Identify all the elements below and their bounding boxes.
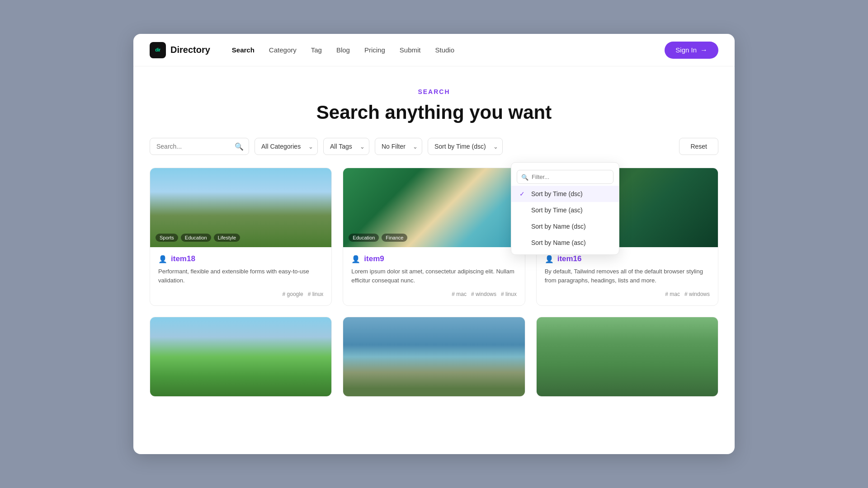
sort-option-label: Sort by Time (asc) — [531, 206, 583, 214]
nav-link-blog[interactable]: Blog — [336, 46, 350, 54]
logo-icon — [150, 42, 166, 58]
card-category-badge: Sports — [156, 234, 178, 242]
navbar: Directory Search Category Tag Blog Prici… — [133, 34, 735, 66]
card-item — [343, 317, 525, 397]
card-category-badge: Education — [181, 234, 211, 242]
card-category-badge: Education — [349, 234, 379, 242]
sort-select-wrap: Sort by Time (dsc) ⌄ — [428, 138, 503, 155]
card-description: Lorem ipsum dolor sit amet, consectetur … — [351, 267, 516, 285]
card-image — [150, 317, 331, 396]
card-title-row: 👤 item16 — [545, 254, 710, 263]
reset-button[interactable]: Reset — [679, 138, 718, 155]
card-body: 👤 item18 Performant, flexible and extens… — [150, 247, 331, 305]
categories-select-wrap: All Categories ⌄ — [255, 138, 318, 155]
card-hash-tag: # google — [283, 291, 303, 297]
search-input-wrap: 🔍 — [150, 138, 249, 155]
card-item: EducationFinance 👤 item9 Lorem ipsum dol… — [343, 168, 525, 306]
card-image — [343, 317, 524, 396]
card-body: 👤 item16 By default, Tailwind removes al… — [537, 247, 718, 305]
arrow-icon: → — [700, 46, 708, 54]
sort-option-name-dsc[interactable]: Sort by Name (dsc) — [511, 218, 619, 235]
sort-option-time-dsc[interactable]: ✓ Sort by Time (dsc) — [511, 186, 619, 202]
search-icon: 🔍 — [235, 142, 244, 151]
nav-link-pricing[interactable]: Pricing — [364, 46, 385, 54]
filter-select-wrap: No Filter ⌄ — [375, 138, 422, 155]
sort-option-label: Sort by Name (dsc) — [531, 223, 586, 230]
nav-item-tag[interactable]: Tag — [311, 46, 322, 54]
card-item — [536, 317, 718, 397]
nav-item-submit[interactable]: Submit — [400, 46, 421, 54]
card-image: SportsEducationLifestyle — [150, 168, 331, 247]
card-tags-overlay: EducationFinance — [349, 234, 407, 242]
sort-option-time-asc[interactable]: Sort by Time (asc) — [511, 202, 619, 218]
sort-dropdown: 🔍 ✓ Sort by Time (dsc) Sort by Time (asc… — [511, 162, 619, 255]
nav-item-search[interactable]: Search — [232, 46, 255, 54]
check-icon: ✓ — [519, 190, 527, 197]
card-hash-tag: # windows — [684, 291, 710, 297]
sign-in-button[interactable]: Sign In → — [665, 42, 718, 59]
card-category-badge: Lifestyle — [214, 234, 240, 242]
sign-in-label: Sign In — [675, 46, 697, 54]
tags-select[interactable]: All Tags — [323, 138, 369, 155]
nav-item-studio[interactable]: Studio — [435, 46, 455, 54]
sort-select[interactable]: Sort by Time (dsc) — [428, 138, 503, 155]
card-hash-tag: # mac — [665, 291, 680, 297]
card-hash-tag: # windows — [471, 291, 496, 297]
nav-link-category[interactable]: Category — [269, 46, 297, 54]
dropdown-filter-inner: 🔍 — [517, 170, 613, 184]
card-body: 👤 item9 Lorem ipsum dolor sit amet, cons… — [343, 247, 524, 305]
card-image: EducationFinance — [343, 168, 524, 247]
search-input[interactable] — [150, 138, 249, 155]
logo-wrap[interactable]: Directory — [150, 42, 210, 58]
filters-row: 🔍 All Categories ⌄ All Tags ⌄ No Filter … — [133, 138, 735, 155]
nav-link-search[interactable]: Search — [232, 46, 255, 54]
card-description: Performant, flexible and extensible form… — [158, 267, 323, 285]
card-footer-tags: # google# linux — [158, 291, 323, 297]
card-user-icon: 👤 — [351, 255, 360, 263]
card-category-badge: Finance — [382, 234, 407, 242]
card-title-row: 👤 item18 — [158, 254, 323, 263]
logo-text: Directory — [170, 45, 210, 55]
filter-select[interactable]: No Filter — [375, 138, 422, 155]
sort-option-label: Sort by Time (dsc) — [531, 190, 583, 197]
card-hash-tag: # mac — [452, 291, 467, 297]
card-tags-overlay: SportsEducationLifestyle — [156, 234, 240, 242]
card-title[interactable]: item9 — [364, 254, 384, 263]
browser-window: Directory Search Category Tag Blog Prici… — [133, 34, 735, 454]
sort-option-name-asc[interactable]: Sort by Name (asc) — [511, 235, 619, 251]
hero-section: SEARCH Search anything you want — [133, 66, 735, 138]
nav-link-studio[interactable]: Studio — [435, 46, 455, 54]
card-item: SportsEducationLifestyle 👤 item18 Perfor… — [150, 168, 332, 306]
card-footer-tags: # mac# windows — [545, 291, 710, 297]
nav-item-category[interactable]: Category — [269, 46, 297, 54]
dropdown-search-icon: 🔍 — [521, 174, 528, 180]
card-user-icon: 👤 — [158, 255, 167, 263]
nav-item-blog[interactable]: Blog — [336, 46, 350, 54]
cards-grid: SportsEducationLifestyle 👤 item18 Perfor… — [133, 168, 735, 397]
card-hash-tag: # linux — [308, 291, 324, 297]
categories-select[interactable]: All Categories — [255, 138, 318, 155]
card-user-icon: 👤 — [545, 255, 554, 263]
nav-links: Search Category Tag Blog Pricing Submit … — [232, 46, 665, 54]
nav-item-pricing[interactable]: Pricing — [364, 46, 385, 54]
hero-title: Search anything you want — [133, 102, 735, 123]
dropdown-filter-wrap: 🔍 — [511, 166, 619, 186]
card-description: By default, Tailwind removes all of the … — [545, 267, 710, 285]
card-title[interactable]: item16 — [557, 254, 582, 263]
nav-link-tag[interactable]: Tag — [311, 46, 322, 54]
card-image — [537, 317, 718, 396]
card-footer-tags: # mac# windows# linux — [351, 291, 516, 297]
sort-option-label: Sort by Name (asc) — [531, 239, 586, 246]
tags-select-wrap: All Tags ⌄ — [323, 138, 369, 155]
nav-link-submit[interactable]: Submit — [400, 46, 421, 54]
card-item — [150, 317, 332, 397]
card-title-row: 👤 item9 — [351, 254, 516, 263]
card-title[interactable]: item18 — [171, 254, 195, 263]
hero-label: SEARCH — [133, 88, 735, 95]
card-hash-tag: # linux — [501, 291, 517, 297]
dropdown-filter-input[interactable] — [517, 170, 613, 184]
